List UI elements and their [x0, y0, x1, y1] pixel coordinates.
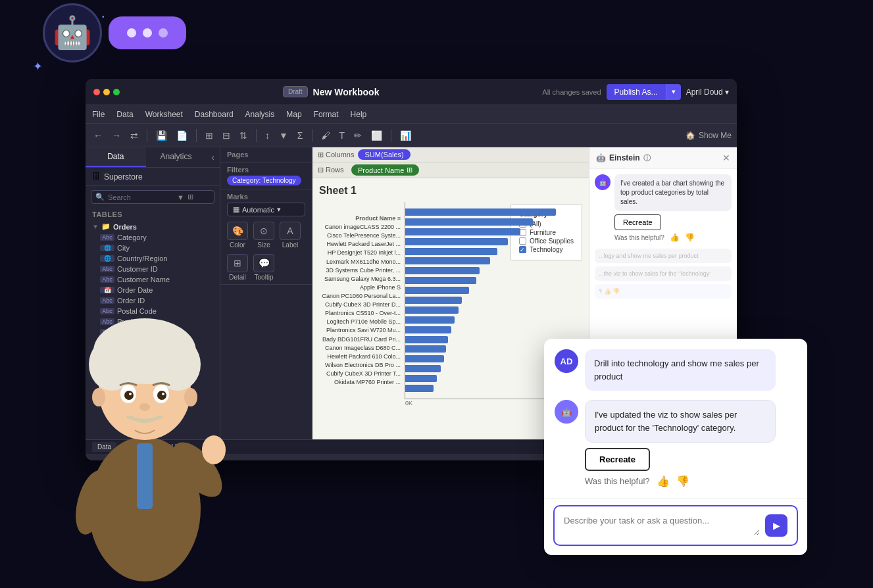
einstein-info-icon[interactable]: ⓘ [643, 153, 651, 163]
tree-item-order-date[interactable]: 📅 Order Date [86, 285, 220, 295]
columns-shelf: ⊞ Columns SUM(Sales) [312, 147, 589, 162]
menu-map[interactable]: Map [286, 110, 301, 119]
category-label: Category [117, 233, 147, 241]
toolbar-new[interactable]: 📄 [174, 128, 190, 143]
toolbar-save[interactable]: 💾 [153, 128, 170, 143]
toolbar-redo[interactable]: ⇄ [128, 128, 141, 143]
menu-dashboard[interactable]: Dashboard [195, 110, 234, 119]
bar-2[interactable] [405, 228, 520, 235]
thumbs-up-1[interactable]: 👍 [670, 233, 680, 242]
tree-item-category[interactable]: Abc Category [86, 232, 220, 243]
tooltip-control[interactable]: 💬 Tooltip [253, 254, 274, 281]
chat-textarea[interactable] [564, 516, 760, 535]
chat-send-btn[interactable]: ▶ [765, 514, 787, 537]
bar-17[interactable] [405, 375, 437, 382]
toolbar-columns[interactable]: ⊞ [203, 128, 216, 143]
menu-help[interactable]: Help [351, 110, 367, 119]
bar-10[interactable] [405, 306, 459, 314]
color-control[interactable]: 🎨 Color [227, 222, 248, 249]
menu-analysis[interactable]: Analysis [245, 110, 275, 119]
label-control[interactable]: A Label [280, 222, 301, 249]
toolbar-rows[interactable]: ⊟ [220, 128, 233, 143]
bar-0[interactable] [405, 208, 556, 216]
bar-15[interactable] [405, 355, 444, 362]
show-me-button[interactable]: 🏠 Show Me [686, 131, 732, 140]
toolbar-edit[interactable]: ✏ [351, 128, 364, 143]
bar-9[interactable] [405, 297, 462, 304]
rows-pill[interactable]: Product Name ⊞ [351, 164, 419, 176]
minimize-window-btn[interactable] [103, 89, 110, 95]
publish-button-group[interactable]: Publish As... ▾ [607, 84, 681, 100]
filter-icon[interactable]: ▼ [177, 193, 184, 201]
tree-item-order-id[interactable]: Abc Order ID [86, 295, 220, 306]
bar-14[interactable] [405, 345, 446, 353]
menu-data[interactable]: Data [116, 110, 133, 119]
bar-label-10: Plantronics CS510 - Over-t... [319, 310, 405, 317]
tree-item-country[interactable]: 🌐 Country/Region [86, 253, 220, 264]
maximize-window-btn[interactable] [113, 89, 120, 95]
bar-18[interactable] [405, 385, 434, 392]
data-tab[interactable]: Data [92, 442, 116, 452]
close-window-btn[interactable] [93, 89, 100, 95]
ai-chat-bubble: I've updated the viz to show sales per p… [585, 400, 776, 443]
toolbar-filter[interactable]: ▼ [276, 128, 291, 143]
toolbar-back[interactable]: ← [91, 128, 105, 143]
size-control[interactable]: ⊙ Size [253, 222, 274, 249]
tab-analytics[interactable]: Analytics [146, 147, 207, 167]
tab-data[interactable]: Data [86, 147, 146, 167]
chat-thumbs-up[interactable]: 👍 [657, 475, 670, 487]
tree-item-postal-code[interactable]: Abc Postal Code [86, 306, 220, 316]
toolbar-frame[interactable]: ⬜ [368, 128, 385, 143]
publish-main-button[interactable]: Publish As... [607, 84, 666, 100]
chat-thumbs-down[interactable]: 👎 [676, 475, 689, 487]
tables-header: Tables [86, 208, 220, 221]
detail-control[interactable]: ⊞ Detail [227, 254, 248, 281]
bar-row-10 [405, 306, 582, 314]
bar-1[interactable] [405, 218, 533, 226]
columns-pill[interactable]: SUM(Sales) [358, 149, 410, 160]
tree-item-product[interactable]: Abc Product ... [86, 327, 220, 337]
toolbar-viz[interactable]: 📊 [397, 128, 414, 143]
marks-type-dropdown[interactable]: ▦ Automatic ▾ [227, 203, 305, 216]
filter-chip[interactable]: Category: Technology [227, 176, 301, 185]
size-label: Size [257, 241, 270, 249]
search-input[interactable] [108, 193, 174, 201]
bar-4[interactable] [405, 248, 497, 255]
orders-expand-icon[interactable]: ▼ [92, 223, 99, 230]
tree-item-customer-id[interactable]: Abc Customer ID [86, 264, 220, 274]
tree-item-customer-name[interactable]: Abc Customer Name [86, 274, 220, 285]
menu-format[interactable]: Format [314, 110, 339, 119]
bar-6[interactable] [405, 267, 480, 274]
tree-item-city[interactable]: 🌐 City [86, 243, 220, 253]
user-menu[interactable]: April Doud ▾ [686, 87, 729, 97]
bar-7[interactable] [405, 277, 476, 284]
columns-label: ⊞ Columns [318, 151, 354, 159]
toolbar-forward[interactable]: → [109, 128, 124, 143]
bar-11[interactable] [405, 316, 455, 324]
toolbar-sort[interactable]: ↕ [262, 128, 272, 143]
toolbar-highlight[interactable]: 🖌 [318, 128, 333, 143]
category-type: Abc [100, 234, 114, 241]
thumbs-down-1[interactable]: 👎 [685, 233, 695, 242]
menu-worksheet[interactable]: Worksheet [145, 110, 183, 119]
toolbar-swap[interactable]: ⇅ [237, 128, 250, 143]
toolbar-text[interactable]: T [337, 128, 348, 143]
toolbar-sum[interactable]: Σ [295, 128, 306, 143]
menu-file[interactable]: File [92, 110, 105, 119]
recreate-btn-1[interactable]: Recreate [614, 214, 661, 230]
bar-5[interactable] [405, 257, 490, 264]
bar-12[interactable] [405, 326, 451, 333]
tree-item-product-id[interactable]: Abc Product ID [86, 316, 220, 327]
filter-grid-icon[interactable]: ⊞ [187, 193, 193, 201]
publish-arrow-button[interactable]: ▾ [666, 84, 681, 100]
bar-16[interactable] [405, 365, 441, 372]
sparkle-5: ✦ [33, 59, 43, 74]
panel-close-btn[interactable]: ‹ [206, 147, 220, 167]
chat-recreate-btn[interactable]: Recreate [585, 448, 650, 471]
bar-13[interactable] [405, 336, 448, 343]
tree-item-reg[interactable]: Abc Reg... [86, 337, 220, 348]
bar-3[interactable] [405, 238, 508, 245]
einstein-panel-close[interactable]: ✕ [722, 153, 730, 163]
tree-item-orders[interactable]: ▼ 📁 Orders [86, 221, 220, 232]
bar-8[interactable] [405, 287, 469, 294]
